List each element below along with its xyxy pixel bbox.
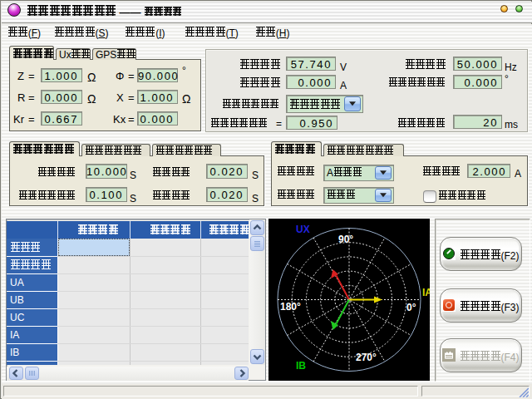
- svg-text:90°: 90°: [338, 234, 353, 245]
- svg-text:270°: 270°: [356, 352, 377, 363]
- svg-text:UX: UX: [296, 224, 310, 235]
- svg-text:IB: IB: [296, 360, 306, 372]
- svg-text:0°: 0°: [406, 302, 416, 313]
- svg-text:IA: IA: [422, 287, 430, 298]
- svg-text:180°: 180°: [280, 301, 301, 313]
